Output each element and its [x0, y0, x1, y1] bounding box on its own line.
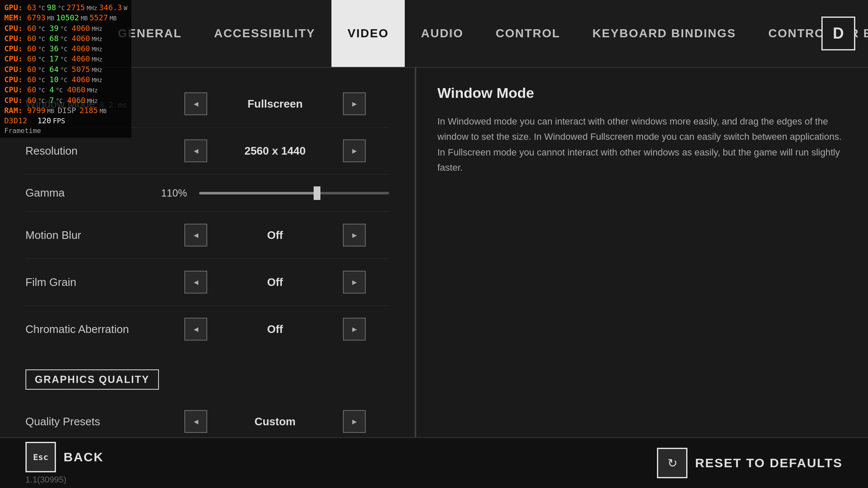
hud-gpu-mhz: 2715 — [67, 3, 85, 13]
hud-gpu-temp2: 98 — [47, 3, 56, 13]
window-mode-value: Fullscreen — [220, 97, 330, 111]
quality-presets-label: Quality Presets — [25, 415, 161, 428]
gamma-slider-fill — [199, 192, 317, 194]
setting-row-chromatic-aberration: Chromatic Aberration ◂ Off ▸ — [25, 306, 389, 352]
hud-mem-label: MEM: — [4, 13, 25, 23]
hud-cpu-row: CPU: 60°C 4°C 4060MHz — [4, 85, 127, 95]
setting-control-window-mode: ◂ Fullscreen ▸ — [161, 92, 389, 115]
hud-d3d-label: D3D12 — [4, 116, 27, 126]
tab-accessibility[interactable]: ACCESSIBILITY — [198, 0, 331, 67]
setting-row-motion-blur: Motion Blur ◂ Off ▸ — [25, 212, 389, 259]
setting-label-chromatic-aberration: Chromatic Aberration — [25, 323, 161, 336]
info-text: In Windowed mode you can interact with o… — [437, 114, 847, 175]
hud-fps: 120 — [37, 116, 51, 126]
hud-cpu-row: CPU: 60°C 39°C 4060MHz — [4, 23, 127, 33]
quality-presets-value: Custom — [220, 415, 330, 428]
motion-blur-value: Off — [220, 229, 330, 242]
version-text: 1.1(30995) — [25, 475, 104, 485]
setting-label-gamma: Gamma — [25, 186, 161, 200]
quality-presets-control: ◂ Custom ▸ — [161, 410, 389, 433]
nav-tabs: GENERALACCESSIBILITYVIDEOAUDIOCONTROLKEY… — [102, 0, 868, 67]
tab-video[interactable]: VIDEO — [331, 0, 405, 67]
resolution-next-button[interactable]: ▸ — [343, 139, 366, 162]
motion-blur-prev-button[interactable]: ◂ — [184, 224, 207, 247]
esc-key-icon: Esc — [25, 442, 56, 472]
window-mode-next-button[interactable]: ▸ — [343, 92, 366, 115]
film-grain-value: Off — [220, 276, 330, 289]
quality-presets-row: Quality Presets ◂ Custom ▸ — [25, 398, 389, 437]
hud-gpu-temp1: 63 — [27, 3, 36, 13]
gamma-slider-track[interactable] — [199, 192, 389, 194]
tab-keyboard[interactable]: KEYBOARD BINDINGS — [576, 0, 752, 67]
setting-label-film-grain: Film Grain — [25, 276, 161, 289]
gamma-value: 110% — [161, 187, 191, 199]
reset-button[interactable]: ↻ RESET TO DEFAULTS — [657, 448, 843, 478]
graphics-quality-section: GRAPHICS QUALITY — [25, 352, 389, 398]
setting-control-chromatic-aberration: ◂ Off ▸ — [161, 318, 389, 341]
hud-cpu-rows: CPU: 60°C 39°C 4060MHz CPU: 60°C 68°C 40… — [4, 23, 127, 105]
graphics-quality-header: GRAPHICS QUALITY — [25, 369, 159, 390]
tab-audio[interactable]: AUDIO — [405, 0, 479, 67]
bottom-bar: Esc BACK 1.1(30995) ↻ RESET TO DEFAULTS — [0, 437, 868, 488]
hud-frametime: Frametime — [4, 126, 41, 136]
setting-label-resolution: Resolution — [25, 144, 161, 158]
info-title: Window Mode — [437, 85, 847, 101]
hud-cpu-row: CPU: 60°C 68°C 4060MHz — [4, 33, 127, 44]
hud-cpu-row: CPU: 60°C 17°C 4060MHz — [4, 54, 127, 64]
hud-cpu-row: CPU: 60°C 10°C 4060MHz — [4, 75, 127, 85]
chromatic-aberration-prev-button[interactable]: ◂ — [184, 318, 207, 341]
setting-label-motion-blur: Motion Blur — [25, 229, 161, 242]
d-button[interactable]: D — [821, 17, 855, 50]
reset-icon: ↻ — [657, 448, 687, 478]
film-grain-next-button[interactable]: ▸ — [343, 271, 366, 294]
setting-control-motion-blur: ◂ Off ▸ — [161, 224, 389, 247]
resolution-value: 2560 x 1440 — [220, 144, 330, 158]
quality-presets-prev-button[interactable]: ◂ — [184, 410, 207, 433]
quality-presets-next-button[interactable]: ▸ — [343, 410, 366, 433]
hud-overlay: GPU: 63 °C 98 °C 2715 MHz 346.3 W MEM: 6… — [0, 0, 131, 138]
setting-row-gamma: Gamma 110% — [25, 175, 389, 212]
hud-gpu-label: GPU: — [4, 3, 25, 13]
hud-gpu-watts: 346.3 — [99, 3, 122, 13]
info-panel: Window Mode In Windowed mode you can int… — [416, 68, 868, 437]
chromatic-aberration-next-button[interactable]: ▸ — [343, 318, 366, 341]
reset-label: RESET TO DEFAULTS — [695, 456, 843, 470]
hud-cpu-row: CPU: 60°C 36°C 4060MHz — [4, 44, 127, 54]
hud-cpu-row: CPU: 60°C 7°C 4060MHz — [4, 95, 127, 105]
hud-ram-label: RAM: — [4, 105, 25, 116]
gamma-control: 110% — [161, 187, 389, 199]
window-mode-prev-button[interactable]: ◂ — [184, 92, 207, 115]
setting-control-resolution: ◂ 2560 x 1440 ▸ — [161, 139, 389, 162]
hud-cpu-row: CPU: 60°C 64°C 5075MHz — [4, 64, 127, 75]
back-button[interactable]: Esc BACK — [25, 442, 104, 472]
motion-blur-next-button[interactable]: ▸ — [343, 224, 366, 247]
film-grain-prev-button[interactable]: ◂ — [184, 271, 207, 294]
setting-row-film-grain: Film Grain ◂ Off ▸ — [25, 259, 389, 306]
setting-control-film-grain: ◂ Off ▸ — [161, 271, 389, 294]
resolution-prev-button[interactable]: ◂ — [184, 139, 207, 162]
back-label: BACK — [64, 450, 104, 464]
chromatic-aberration-value: Off — [220, 323, 330, 336]
tab-control[interactable]: CONTROL — [479, 0, 576, 67]
gamma-slider-thumb[interactable] — [314, 186, 320, 200]
